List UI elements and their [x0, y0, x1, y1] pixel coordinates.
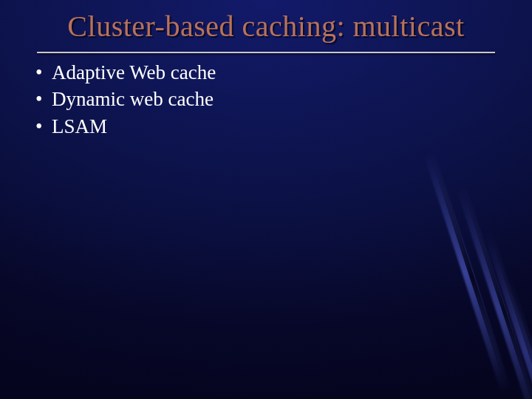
bullet-icon: • — [35, 86, 52, 112]
slide-title: Cluster-based caching: multicast — [0, 9, 532, 44]
bullet-list: • Adaptive Web cache • Dynamic web cache… — [35, 59, 216, 140]
slide: Cluster-based caching: multicast • Adapt… — [0, 0, 532, 399]
list-item: • Adaptive Web cache — [35, 59, 216, 86]
bullet-icon: • — [35, 59, 52, 86]
list-item-label: LSAM — [52, 113, 107, 140]
decorative-streaks — [355, 118, 532, 399]
title-underline — [37, 52, 495, 53]
bullet-icon: • — [35, 113, 52, 140]
list-item-label: Dynamic web cache — [52, 86, 214, 112]
list-item-label: Adaptive Web cache — [52, 59, 216, 86]
list-item: • Dynamic web cache — [35, 86, 216, 112]
list-item: • LSAM — [35, 113, 216, 140]
